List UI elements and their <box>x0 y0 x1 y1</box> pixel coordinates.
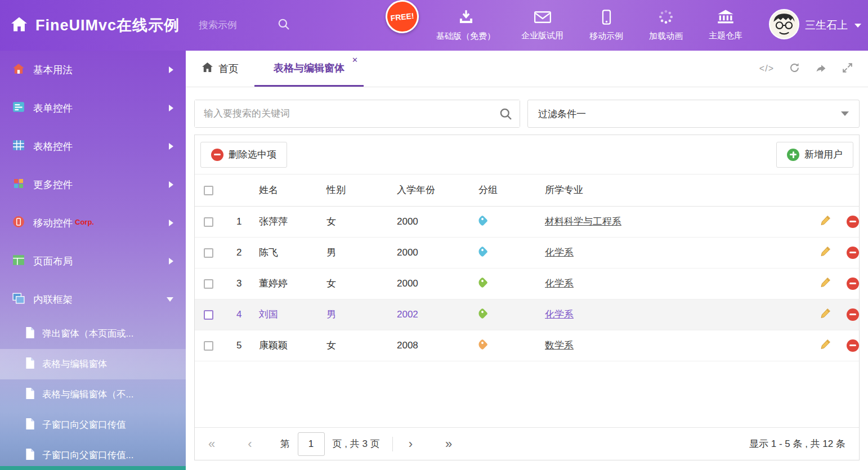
sidebar-subitem-label: 子窗口向父窗口传值 <box>42 419 126 431</box>
sidebar-item-grid-controls[interactable]: 表格控件 <box>0 127 186 165</box>
download-icon <box>458 10 475 27</box>
major-link[interactable]: 化学系 <box>545 278 574 289</box>
minus-circle-icon <box>211 149 223 161</box>
sidebar-subitem-label: 弹出窗体（本页面或... <box>42 328 133 340</box>
cell-gender: 女 <box>326 330 397 361</box>
major-link[interactable]: 化学系 <box>545 309 574 320</box>
delete-button[interactable] <box>847 216 859 228</box>
chevron-right-icon <box>169 66 173 73</box>
add-user-button[interactable]: 新增用户 <box>776 142 853 168</box>
page-number-input[interactable] <box>298 432 325 456</box>
filter-dropdown-value: 过滤条件一 <box>538 108 586 120</box>
chevron-down-icon <box>167 297 173 302</box>
cell-year: 2002 <box>397 299 478 330</box>
major-link[interactable]: 材料科学与工程系 <box>545 216 621 227</box>
divider <box>392 437 393 451</box>
filter-dropdown[interactable]: 过滤条件一 <box>527 100 860 128</box>
edit-button[interactable] <box>820 214 831 229</box>
button-label: 新增用户 <box>804 148 843 161</box>
row-checkbox[interactable] <box>204 341 213 351</box>
header-search <box>199 18 290 33</box>
edit-button[interactable] <box>820 338 831 352</box>
edit-button[interactable] <box>820 307 831 321</box>
table-header-row: 姓名 性别 入学年份 分组 所学专业 <box>195 174 859 206</box>
sidebar-subitem-label: 表格与编辑窗体（不... <box>42 388 133 401</box>
last-page-button[interactable]: » <box>445 438 452 450</box>
row-number: 3 <box>224 268 259 299</box>
delete-button[interactable] <box>847 308 859 321</box>
sidebar-item-label: 内联框架 <box>33 293 73 306</box>
tab-home[interactable]: 首页 <box>186 51 254 87</box>
delete-button[interactable] <box>847 277 859 290</box>
search-icon[interactable] <box>499 108 512 123</box>
row-checkbox[interactable] <box>204 279 213 289</box>
row-checkbox[interactable] <box>204 248 213 258</box>
first-page-button[interactable]: « <box>208 438 215 450</box>
user-menu[interactable]: 三生石上 <box>769 0 861 51</box>
sidebar-subitem-grid-edit-window-2[interactable]: 表格与编辑窗体（不... <box>0 379 186 410</box>
cell-gender: 男 <box>326 299 397 330</box>
fullscreen-icon[interactable] <box>842 62 853 76</box>
header-search-input[interactable] <box>199 20 272 31</box>
tag-icon <box>477 277 488 288</box>
tab-grid-edit-window[interactable]: 表格与编辑窗体 ✕ <box>254 51 364 87</box>
users-table: 姓名 性别 入学年份 分组 所学专业 1 张萍萍 女 2000 <box>195 174 859 361</box>
column-header-major: 所学专业 <box>545 174 791 206</box>
pagination-bar: « ‹ 第 页 , 共 3 页 › » 显示 1 - 5 条 , 共 12 条 <box>195 427 859 460</box>
row-checkbox[interactable] <box>204 310 213 320</box>
file-icon <box>25 387 35 402</box>
sidebar-item-page-layout[interactable]: 页面布局 <box>0 242 186 280</box>
tab-bar: 首页 表格与编辑窗体 ✕ </> <box>186 51 868 87</box>
chevron-down-icon <box>854 24 861 28</box>
file-icon <box>25 448 35 463</box>
sidebar-subitem-child-to-parent-2[interactable]: 子窗口向父窗口传值... <box>0 440 186 470</box>
close-icon[interactable]: ✕ <box>352 56 358 64</box>
delete-button[interactable] <box>847 339 859 352</box>
envelope-icon <box>534 10 551 26</box>
search-icon[interactable] <box>278 18 290 33</box>
record-summary: 显示 1 - 5 条 , 共 12 条 <box>749 437 845 450</box>
nav-item-loading-animation[interactable]: 加载动画 <box>636 9 696 42</box>
source-code-icon[interactable]: </> <box>759 64 774 74</box>
sidebar-subitem-grid-edit-window[interactable]: 表格与编辑窗体 <box>0 349 186 379</box>
prev-page-button[interactable]: ‹ <box>248 438 252 450</box>
sidebar-item-mobile-controls[interactable]: 移动控件Corp. <box>0 204 186 242</box>
sidebar-item-inline-frame[interactable]: 内联框架 <box>0 280 186 319</box>
nav-item-basic-edition[interactable]: 基础版（免费） <box>423 10 508 42</box>
mobile-icon <box>602 10 611 27</box>
nav-item-label: 企业版试用 <box>521 30 563 41</box>
select-all-checkbox[interactable] <box>204 186 213 195</box>
user-name: 三生石上 <box>805 18 848 33</box>
major-link[interactable]: 数学系 <box>545 340 574 351</box>
keyword-search-input[interactable] <box>195 100 520 127</box>
delete-button[interactable] <box>847 247 859 259</box>
edit-button[interactable] <box>820 276 831 290</box>
brand[interactable]: FineUIMvc在线示例 <box>0 15 180 35</box>
nav-item-theme-store[interactable]: 主题仓库 <box>696 10 755 41</box>
header-nav: 基础版（免费） 企业版试用 移动示例 加载动画 <box>423 0 755 51</box>
nav-item-mobile-demo[interactable]: 移动示例 <box>576 10 636 42</box>
sidebar-subitem-child-to-parent[interactable]: 子窗口向父窗口传值 <box>0 410 186 440</box>
row-checkbox[interactable] <box>204 217 213 227</box>
refresh-icon[interactable] <box>789 62 800 76</box>
edit-button[interactable] <box>820 245 831 259</box>
major-link[interactable]: 化学系 <box>545 247 574 258</box>
sidebar-item-more-controls[interactable]: 更多控件 <box>0 165 186 204</box>
plus-circle-icon <box>787 149 799 161</box>
sidebar-item-form-controls[interactable]: 表单控件 <box>0 89 186 127</box>
sidebar-item-basic-usage[interactable]: 基本用法 <box>0 51 186 89</box>
nav-item-enterprise-trial[interactable]: 企业版试用 <box>508 10 576 41</box>
next-page-button[interactable]: › <box>409 438 413 450</box>
nav-item-label: 加载动画 <box>649 31 683 42</box>
column-header-gender: 性别 <box>326 174 397 206</box>
cell-name: 陈飞 <box>259 237 326 268</box>
share-icon[interactable] <box>815 62 827 76</box>
column-header-name: 姓名 <box>259 174 326 206</box>
delete-selected-button[interactable]: 删除选中项 <box>200 142 287 168</box>
table-row: 3 董婷婷 女 2000 化学系 <box>195 268 859 299</box>
page-total-label: 页 , 共 3 页 <box>333 437 380 450</box>
sidebar: 基本用法 表单控件 表格控件 更多控件 移动控件Corp. 页面布局 <box>0 51 186 470</box>
page-label: 第 <box>280 437 290 450</box>
nav-item-label: 移动示例 <box>589 31 623 42</box>
sidebar-subitem-popup-window[interactable]: 弹出窗体（本页面或... <box>0 319 186 349</box>
